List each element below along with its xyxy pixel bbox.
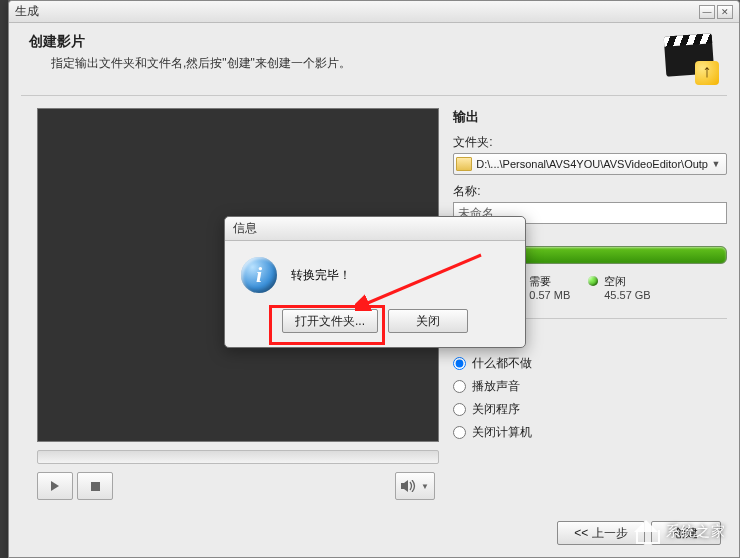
radio-nothing-input[interactable]	[453, 357, 466, 370]
modal-message: 转换完毕！	[291, 267, 351, 284]
svg-marker-2	[401, 480, 408, 492]
minimize-button[interactable]: —	[699, 5, 715, 19]
stop-button[interactable]	[77, 472, 113, 500]
header: 创建影片 指定输出文件夹和文件名,然后按"创建"来创建一个影片。	[9, 23, 739, 95]
info-modal: 信息 i 转换完毕！ 打开文件夹... 关闭	[224, 216, 526, 348]
output-section-title: 输出	[453, 108, 727, 126]
folder-label: 文件夹:	[453, 134, 727, 151]
radio-sound-input[interactable]	[453, 380, 466, 393]
open-folder-button[interactable]: 打开文件夹...	[282, 309, 378, 333]
free-label: 空闲	[604, 274, 650, 288]
info-icon: i	[241, 257, 277, 293]
folder-combo[interactable]: D:\...\Personal\AVS4YOU\AVSVideoEditor\O…	[453, 153, 727, 175]
titlebar: 生成 — ✕	[9, 1, 739, 23]
need-label: 需要	[529, 274, 570, 288]
header-subtitle: 指定输出文件夹和文件名,然后按"创建"来创建一个影片。	[51, 55, 723, 72]
folder-icon	[456, 157, 472, 171]
radio-nothing[interactable]: 什么都不做	[453, 355, 727, 372]
radio-shutdown-input[interactable]	[453, 426, 466, 439]
need-value: 0.57 MB	[529, 288, 570, 302]
window-title: 生成	[15, 3, 39, 20]
watermark: 系统之家	[632, 520, 726, 544]
clapperboard-icon	[665, 31, 717, 83]
radio-shutdown[interactable]: 关闭计算机	[453, 424, 727, 441]
name-label: 名称:	[453, 183, 727, 200]
play-button[interactable]	[37, 472, 73, 500]
radio-exit[interactable]: 关闭程序	[453, 401, 727, 418]
folder-path: D:\...\Personal\AVS4YOU\AVSVideoEditor\O…	[476, 158, 708, 170]
watermark-icon	[632, 520, 660, 544]
close-window-button[interactable]: ✕	[717, 5, 733, 19]
radio-sound[interactable]: 播放声音	[453, 378, 727, 395]
modal-title: 信息	[225, 217, 525, 241]
radio-exit-input[interactable]	[453, 403, 466, 416]
free-value: 45.57 GB	[604, 288, 650, 302]
volume-button[interactable]: ▼	[395, 472, 435, 500]
svg-rect-1	[91, 482, 100, 491]
close-button[interactable]: 关闭	[388, 309, 468, 333]
header-title: 创建影片	[29, 33, 723, 51]
seek-bar[interactable]	[37, 450, 439, 464]
watermark-text: 系统之家	[666, 523, 726, 541]
dot-green-icon	[588, 276, 598, 286]
chevron-down-icon[interactable]: ▼	[708, 159, 724, 169]
svg-marker-0	[51, 481, 59, 491]
